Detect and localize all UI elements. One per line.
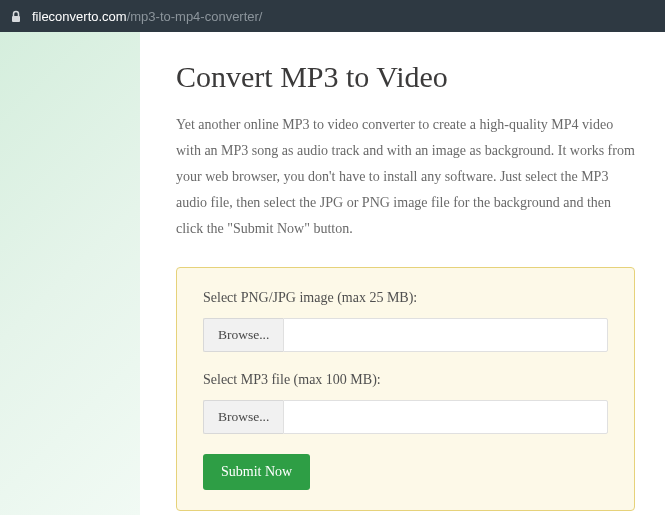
submit-button[interactable]: Submit Now xyxy=(203,454,310,490)
svg-rect-0 xyxy=(12,16,20,22)
mp3-field-label: Select MP3 file (max 100 MB): xyxy=(203,372,608,388)
page-title: Convert MP3 to Video xyxy=(176,60,635,94)
image-file-row: Browse... xyxy=(203,318,608,352)
page-body: Convert MP3 to Video Yet another online … xyxy=(0,32,665,515)
upload-form: Select PNG/JPG image (max 25 MB): Browse… xyxy=(176,267,635,511)
mp3-file-row: Browse... xyxy=(203,400,608,434)
lock-icon xyxy=(10,10,22,23)
url-host: fileconverto.com xyxy=(32,9,127,24)
sidebar xyxy=(0,32,140,515)
url-path: /mp3-to-mp4-converter/ xyxy=(127,9,263,24)
page-description: Yet another online MP3 to video converte… xyxy=(176,112,635,241)
address-bar: fileconverto.com/mp3-to-mp4-converter/ xyxy=(0,0,665,32)
url-display[interactable]: fileconverto.com/mp3-to-mp4-converter/ xyxy=(32,9,262,24)
mp3-browse-button[interactable]: Browse... xyxy=(203,400,283,434)
main-content: Convert MP3 to Video Yet another online … xyxy=(140,32,665,515)
image-field-label: Select PNG/JPG image (max 25 MB): xyxy=(203,290,608,306)
image-browse-button[interactable]: Browse... xyxy=(203,318,283,352)
image-file-display[interactable] xyxy=(283,318,608,352)
mp3-file-display[interactable] xyxy=(283,400,608,434)
